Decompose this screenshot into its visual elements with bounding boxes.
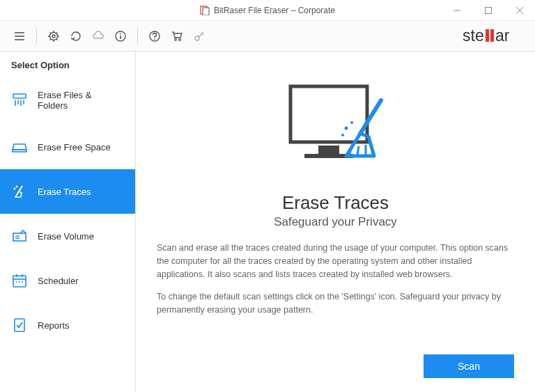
svg-line-18 <box>56 32 58 33</box>
svg-point-60 <box>344 127 348 130</box>
svg-line-17 <box>50 39 52 40</box>
svg-point-20 <box>120 33 121 34</box>
svg-rect-38 <box>13 150 26 152</box>
sidebar-item-erase-free-space[interactable]: Erase Free Space <box>0 125 135 169</box>
minimize-button[interactable] <box>441 0 472 20</box>
svg-rect-1 <box>203 8 209 15</box>
app-icon <box>200 6 210 15</box>
maximize-button[interactable] <box>472 0 504 20</box>
svg-line-15 <box>50 32 52 33</box>
sidebar-item-erase-traces[interactable]: Erase Traces <box>0 169 135 214</box>
svg-line-58 <box>357 146 359 155</box>
sidebar-item-label: Erase Free Space <box>38 142 111 152</box>
close-button[interactable] <box>504 0 535 20</box>
svg-rect-53 <box>290 86 367 142</box>
drive-icon <box>11 139 28 155</box>
sidebar-item-label: Erase Traces <box>38 187 91 197</box>
toolbar-separator <box>137 29 138 44</box>
svg-point-24 <box>175 38 177 40</box>
refresh-icon[interactable] <box>66 26 86 46</box>
svg-text:ar: ar <box>495 27 510 45</box>
svg-point-41 <box>16 186 17 187</box>
svg-point-23 <box>154 38 155 40</box>
description-paragraph-2: To change the default scan settings clic… <box>157 290 514 317</box>
svg-rect-52 <box>15 319 24 331</box>
sidebar-item-scheduler[interactable]: Scheduler <box>0 258 135 303</box>
sidebar-header: Select Option <box>0 60 135 76</box>
key-icon[interactable] <box>189 26 209 46</box>
cart-icon[interactable] <box>167 26 187 46</box>
shredder-icon <box>11 92 28 109</box>
page-title: Erase Traces <box>282 192 389 214</box>
sidebar-item-label: Scheduler <box>38 276 79 286</box>
svg-line-28 <box>202 33 203 35</box>
report-icon <box>11 317 28 334</box>
menu-icon[interactable] <box>10 26 29 46</box>
svg-point-9 <box>50 32 58 40</box>
svg-point-25 <box>179 38 181 40</box>
hero-section: Erase Traces Safeguard your Privacy <box>157 79 514 242</box>
svg-point-49 <box>16 281 17 283</box>
titlebar: BitRaser File Eraser – Corporate <box>0 0 535 21</box>
svg-rect-31 <box>490 29 494 42</box>
calendar-icon <box>11 272 28 289</box>
svg-rect-30 <box>486 29 489 42</box>
window-title: BitRaser File Eraser – Corporate <box>214 6 335 15</box>
svg-rect-42 <box>13 233 26 241</box>
svg-rect-54 <box>318 146 339 154</box>
svg-text:ste: ste <box>463 27 484 45</box>
window-controls <box>441 0 535 20</box>
sidebar-item-reports[interactable]: Reports <box>0 303 135 347</box>
svg-line-39 <box>19 186 22 191</box>
brand-logo: ste ar <box>463 27 525 45</box>
cloud-sync-icon[interactable] <box>88 26 108 46</box>
broom-icon <box>11 183 28 200</box>
content-panel: Erase Traces Safeguard your Privacy Scan… <box>136 52 535 392</box>
toolbar: ste ar <box>0 21 535 52</box>
toolbar-separator <box>36 29 37 44</box>
sidebar-item-label: Reports <box>38 320 70 331</box>
info-icon[interactable] <box>111 26 130 46</box>
volume-icon <box>11 228 28 244</box>
svg-point-40 <box>14 188 15 189</box>
sidebar-item-erase-volume[interactable]: Erase Volume <box>0 214 135 258</box>
svg-point-62 <box>341 134 344 136</box>
svg-point-61 <box>350 121 353 124</box>
sidebar-item-erase-files[interactable]: Erase Files & Folders <box>0 76 135 125</box>
svg-rect-3 <box>485 7 491 13</box>
hero-monitor-broom-icon <box>277 79 395 177</box>
help-icon[interactable] <box>145 26 164 46</box>
settings-icon[interactable] <box>44 26 63 46</box>
description-paragraph-1: Scan and erase all the traces created du… <box>157 242 514 281</box>
sidebar: Select Option Erase Files & Folders Eras… <box>0 52 136 392</box>
sidebar-item-label: Erase Volume <box>38 231 94 242</box>
sidebar-item-label: Erase Files & Folders <box>38 90 124 111</box>
svg-line-56 <box>360 100 381 134</box>
svg-point-10 <box>52 35 55 38</box>
svg-point-50 <box>19 281 20 283</box>
page-subtitle: Safeguard your Privacy <box>274 215 397 229</box>
svg-line-16 <box>56 39 58 40</box>
svg-point-51 <box>22 281 23 283</box>
main-area: Select Option Erase Files & Folders Eras… <box>0 52 535 392</box>
svg-rect-33 <box>13 94 26 98</box>
scan-button[interactable]: Scan <box>424 354 514 378</box>
